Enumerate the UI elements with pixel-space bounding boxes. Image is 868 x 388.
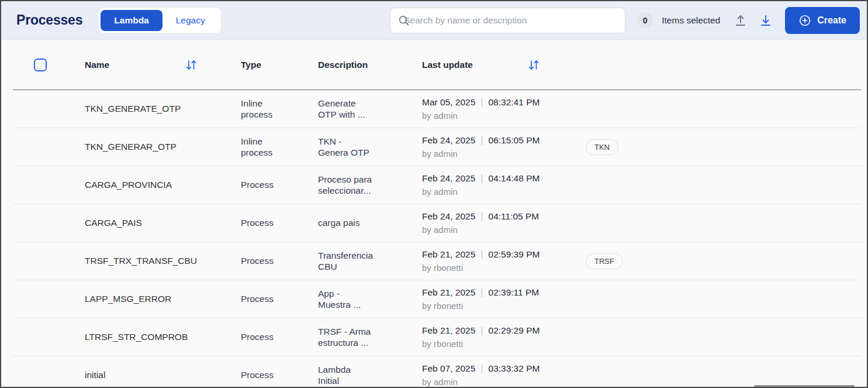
download-icon — [759, 13, 773, 28]
process-tag-badge: TKN — [586, 139, 618, 155]
update-author: by admin — [422, 187, 586, 197]
process-type: Inline process — [241, 136, 318, 159]
date-time-separator: | — [480, 249, 483, 260]
search-input[interactable] — [390, 8, 625, 33]
processes-table: Name Type Description Last update — [13, 40, 861, 388]
header-actions: 0 Items selected Create — [637, 7, 860, 34]
update-time: 02:29:29 PM — [489, 325, 540, 336]
process-description: Lambda Initial — [318, 364, 422, 387]
update-time: 04:11:05 PM — [489, 211, 540, 222]
last-update-cell: Feb 24, 2025 | 04:11:05 PM by admin — [422, 211, 586, 235]
top-header-bar: Processes Lambda Legacy 0 Items selected — [1, 1, 867, 40]
update-time: 06:15:05 PM — [489, 135, 540, 146]
update-author: by rbonetti — [422, 301, 586, 311]
update-date: Feb 21, 2025 — [422, 287, 475, 298]
create-button[interactable]: Create — [785, 7, 860, 34]
last-update-cell: Feb 07, 2025 | 03:33:32 PM by admin — [422, 363, 586, 387]
last-update-cell: Feb 21, 2025 | 02:29:29 PM by rbonetti — [422, 325, 586, 349]
tab-legacy[interactable]: Legacy — [162, 10, 219, 31]
update-author: by rbonetti — [422, 263, 586, 273]
mode-toggle-group: Lambda Legacy — [98, 7, 221, 34]
table-row[interactable]: LTRSF_STR_COMPROB Process TRSF - Arma es… — [13, 318, 861, 356]
update-author: by admin — [422, 377, 586, 387]
table-row[interactable]: TKN_GENERAR_OTP Inline process TKN - Gen… — [13, 128, 861, 166]
search-box — [390, 8, 625, 33]
date-time-separator: | — [480, 135, 483, 146]
update-date: Feb 21, 2025 — [422, 325, 475, 336]
upload-button[interactable] — [732, 12, 749, 29]
process-name: CARGA_PROVINCIA — [85, 180, 241, 190]
update-time: 02:39:11 PM — [489, 287, 540, 298]
last-update-cell: Feb 24, 2025 | 04:14:48 PM by admin — [422, 173, 586, 197]
process-type: Process — [241, 369, 318, 380]
items-selected-label: Items selected — [662, 15, 720, 26]
date-time-separator: | — [480, 287, 483, 298]
sort-by-last-update-button[interactable] — [527, 58, 541, 72]
table-header-row: Name Type Description Last update — [13, 40, 861, 90]
process-tag-badge: TRSF — [586, 253, 623, 269]
update-date: Feb 21, 2025 — [422, 249, 475, 260]
upload-icon — [734, 13, 748, 28]
process-name: TKN_GENERAR_OTP — [85, 142, 241, 152]
process-description: Generate OTP with ... — [318, 98, 422, 121]
cutoff-element — [754, 385, 855, 387]
process-name: TRSF_TRX_TRANSF_CBU — [85, 256, 241, 266]
select-all-checkbox[interactable] — [34, 59, 47, 71]
update-time: 03:33:32 PM — [489, 363, 540, 374]
process-description: TRSF - Arma estructura ... — [318, 326, 422, 349]
sort-arrows-icon — [184, 58, 198, 72]
process-type: Process — [241, 179, 318, 190]
table-row[interactable]: initial Process Lambda Initial Feb 07, 2… — [13, 356, 861, 388]
table-row[interactable]: CARGA_PAIS Process carga pais Feb 24, 20… — [13, 204, 861, 242]
update-author: by admin — [422, 225, 586, 235]
sort-by-name-button[interactable] — [184, 58, 198, 72]
process-name: LTRSF_STR_COMPROB — [85, 332, 241, 342]
update-time: 04:14:48 PM — [489, 173, 540, 184]
update-date: Mar 05, 2025 — [422, 97, 475, 108]
plus-circle-icon — [798, 14, 811, 27]
update-date: Feb 24, 2025 — [422, 135, 475, 146]
update-author: by admin — [422, 111, 586, 121]
update-date: Feb 24, 2025 — [422, 211, 475, 222]
table-row[interactable]: TKN_GENERATE_OTP Inline process Generate… — [13, 90, 861, 128]
create-button-label: Create — [817, 15, 846, 26]
date-time-separator: | — [480, 363, 483, 374]
process-type: Inline process — [241, 98, 318, 121]
date-time-separator: | — [480, 325, 483, 336]
selected-count-badge: 0 — [637, 12, 653, 28]
process-description: App - Muestra ... — [318, 288, 422, 311]
update-date: Feb 24, 2025 — [422, 173, 475, 184]
tab-lambda[interactable]: Lambda — [101, 10, 162, 31]
process-description: carga pais — [318, 217, 422, 228]
last-update-cell: Feb 24, 2025 | 06:15:05 PM by admin — [422, 135, 586, 159]
update-date: Feb 07, 2025 — [422, 363, 475, 374]
column-header-name: Name — [85, 60, 109, 70]
process-name: LAPP_MSG_ERROR — [85, 294, 241, 304]
sort-arrows-icon — [527, 58, 541, 72]
date-time-separator: | — [480, 173, 483, 184]
table-row[interactable]: LAPP_MSG_ERROR Process App - Muestra ...… — [13, 280, 861, 318]
page-title: Processes — [16, 12, 82, 28]
process-name: TKN_GENERATE_OTP — [85, 104, 241, 114]
process-name: CARGA_PAIS — [85, 218, 241, 228]
date-time-separator: | — [480, 211, 483, 222]
last-update-cell: Feb 21, 2025 | 02:59:39 PM by rbonetti — [422, 249, 586, 273]
download-button[interactable] — [758, 12, 774, 29]
process-type: Process — [241, 255, 318, 266]
column-header-last-update: Last update — [422, 60, 473, 70]
process-type: Process — [241, 217, 318, 228]
column-header-description: Description — [318, 60, 422, 70]
table-row[interactable]: CARGA_PROVINCIA Process Proceso para sel… — [13, 166, 861, 204]
update-time: 08:32:41 PM — [489, 97, 540, 108]
process-description: Transferencia CBU — [318, 250, 422, 273]
process-description: TKN - Genera OTP — [318, 136, 422, 159]
table-body: TKN_GENERATE_OTP Inline process Generate… — [13, 90, 861, 388]
update-author: by rbonetti — [422, 339, 586, 349]
update-author: by admin — [422, 149, 586, 159]
table-row[interactable]: TRSF_TRX_TRANSF_CBU Process Transferenci… — [13, 242, 861, 280]
process-description: Proceso para seleccionar... — [318, 174, 422, 197]
column-header-type: Type — [241, 60, 318, 70]
process-type: Process — [241, 331, 318, 342]
update-time: 02:59:39 PM — [489, 249, 540, 260]
date-time-separator: | — [480, 97, 483, 108]
